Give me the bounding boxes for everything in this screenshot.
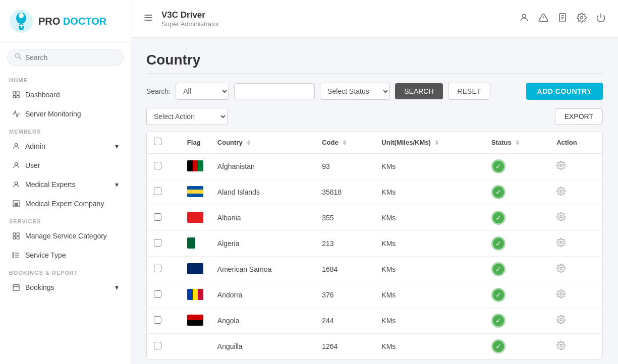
- row-action[interactable]: [549, 153, 602, 179]
- svg-rect-11: [17, 95, 19, 98]
- col-code[interactable]: Code ⇕: [315, 132, 374, 153]
- menu-icon[interactable]: [143, 13, 153, 25]
- search-box[interactable]: [7, 49, 124, 66]
- row-flag-cell: [180, 308, 210, 334]
- select-all-checkbox[interactable]: [154, 138, 161, 145]
- search-text-input[interactable]: [234, 83, 315, 99]
- row-checkbox-cell[interactable]: [147, 257, 180, 282]
- gear-icon[interactable]: [556, 239, 566, 249]
- alert-icon[interactable]: [538, 13, 548, 25]
- row-checkbox[interactable]: [154, 316, 161, 324]
- gear-icon[interactable]: [556, 290, 566, 300]
- col-unit[interactable]: Unit(Miles/KMs) ⇕: [374, 132, 484, 153]
- export-button[interactable]: EXPORT: [555, 108, 603, 125]
- row-code: 35818: [315, 179, 374, 205]
- row-checkbox-cell[interactable]: [147, 282, 180, 308]
- search-input[interactable]: [25, 53, 116, 62]
- row-action[interactable]: [549, 179, 602, 205]
- row-country: Angola: [210, 308, 315, 334]
- logo-text: PRO DOCTOR: [38, 16, 106, 27]
- row-checkbox[interactable]: [154, 239, 161, 247]
- row-checkbox-cell[interactable]: [147, 153, 180, 179]
- table-row: Algeria 213 KMs ✓: [147, 231, 602, 257]
- status-select[interactable]: Select Status Active Inactive: [320, 83, 390, 100]
- row-checkbox-cell[interactable]: [147, 231, 180, 257]
- row-action[interactable]: [549, 334, 602, 359]
- sidebar-item-server-monitoring[interactable]: Server Monitoring: [3, 105, 128, 123]
- row-checkbox[interactable]: [154, 213, 161, 221]
- svg-point-37: [523, 14, 526, 18]
- row-checkbox[interactable]: [154, 162, 161, 169]
- row-action[interactable]: [549, 308, 602, 334]
- row-action[interactable]: [549, 282, 602, 308]
- row-action[interactable]: [549, 257, 602, 282]
- gear-icon[interactable]: [556, 188, 566, 198]
- svg-point-2: [19, 13, 24, 18]
- sidebar-item-manage-service-category[interactable]: Manage Service Category: [3, 227, 128, 245]
- sort-icon: ⇕: [434, 140, 439, 146]
- filter-bar: Search: All Country Code Select Status A…: [146, 83, 603, 100]
- sidebar-item-bookings[interactable]: Bookings ▾: [3, 278, 128, 296]
- table-row: Aland Islands 35818 KMs ✓: [147, 179, 602, 205]
- flag-image: [187, 160, 203, 171]
- row-flag-cell: [180, 179, 210, 205]
- svg-rect-30: [13, 285, 19, 291]
- gear-icon[interactable]: [556, 265, 566, 275]
- document-icon[interactable]: [557, 13, 568, 25]
- row-checkbox-cell[interactable]: [147, 334, 180, 359]
- grid-icon: [12, 91, 20, 99]
- add-country-button[interactable]: ADD COUNTRY: [526, 83, 603, 100]
- reset-button[interactable]: RESET: [448, 83, 491, 100]
- sort-icon: ⇕: [342, 140, 347, 146]
- logo-area: PRO DOCTOR: [0, 0, 131, 43]
- flag-image: [187, 237, 203, 249]
- svg-rect-22: [13, 236, 16, 239]
- row-flag-cell: [180, 282, 210, 308]
- gear-icon[interactable]: [556, 342, 566, 352]
- chevron-down-icon: ▾: [115, 180, 119, 189]
- flag-image: [187, 212, 203, 223]
- row-checkbox-cell[interactable]: [147, 308, 180, 334]
- row-checkbox[interactable]: [154, 290, 161, 298]
- row-action[interactable]: [549, 205, 602, 231]
- row-checkbox[interactable]: [154, 265, 161, 272]
- status-active-icon: ✓: [491, 314, 505, 328]
- col-status[interactable]: Status ⇕: [484, 132, 549, 153]
- sidebar-item-medical-expert-company[interactable]: Medical Expert Company: [3, 195, 128, 213]
- col-country[interactable]: Country ⇕: [210, 132, 315, 153]
- gear-icon[interactable]: [556, 162, 566, 172]
- sidebar-item-admin[interactable]: Admin ▾: [3, 137, 128, 155]
- user-icon[interactable]: [519, 13, 529, 25]
- table-row: Andorra 376 KMs ✓: [147, 282, 602, 308]
- sidebar-item-service-type[interactable]: Service Type: [3, 246, 128, 264]
- row-checkbox-cell[interactable]: [147, 205, 180, 231]
- svg-point-6: [15, 53, 19, 57]
- row-checkbox[interactable]: [154, 188, 161, 195]
- status-active-icon: ✓: [491, 236, 505, 251]
- sort-icon: ⇕: [246, 140, 251, 146]
- sidebar-item-user[interactable]: User: [3, 156, 128, 174]
- gear-icon[interactable]: [577, 13, 587, 25]
- row-checkbox-cell[interactable]: [147, 179, 180, 205]
- svg-point-46: [560, 164, 563, 166]
- row-flag-cell: [180, 334, 210, 359]
- row-status: ✓: [484, 334, 549, 359]
- svg-line-7: [19, 57, 21, 59]
- search-button[interactable]: SEARCH: [395, 83, 442, 99]
- action-select[interactable]: Select Action Delete Selected: [146, 108, 228, 125]
- svg-point-27: [13, 253, 14, 254]
- gear-icon[interactable]: [556, 316, 566, 326]
- svg-point-47: [560, 190, 563, 192]
- power-icon[interactable]: [596, 13, 606, 25]
- sidebar-item-dashboard[interactable]: Dashboard: [3, 86, 128, 104]
- country-table-wrap: Flag Country ⇕ Code ⇕ Unit(Miles/KMs) ⇕ …: [146, 131, 603, 359]
- row-country: Andorra: [210, 282, 315, 308]
- sidebar-item-label: Service Type: [25, 251, 66, 259]
- sidebar-item-medical-experts[interactable]: Medical Experts ▾: [3, 175, 128, 194]
- row-checkbox[interactable]: [154, 342, 161, 349]
- row-action[interactable]: [549, 231, 602, 257]
- search-type-select[interactable]: All Country Code: [176, 83, 229, 100]
- table-row: Afghanistan 93 KMs ✓: [147, 153, 602, 179]
- gear-icon[interactable]: [556, 213, 566, 223]
- svg-point-12: [15, 144, 17, 146]
